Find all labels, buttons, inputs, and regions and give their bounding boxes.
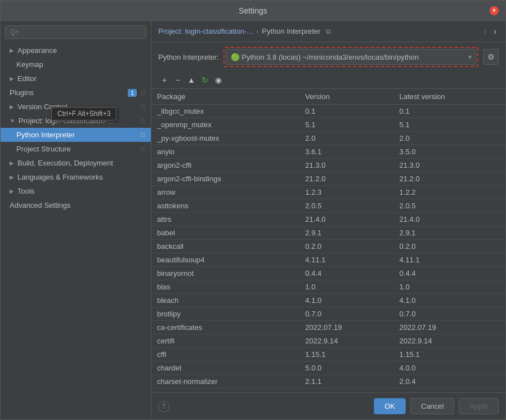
table-cell-latest: 2022.9.14: [394, 334, 505, 348]
table-cell-latest: 2.0.4: [394, 375, 505, 388]
sidebar-item-build-execution[interactable]: ▶ Build, Execution, Deployment: [1, 156, 151, 170]
sidebar-item-plugins[interactable]: Plugins 1 ⊡: [1, 86, 151, 100]
table-cell-version: 2022.07.19: [299, 321, 393, 334]
table-cell-package: beautifulsoup4: [151, 253, 299, 267]
table-cell-package: _libgcc_mutex: [151, 105, 299, 118]
table-cell-version: 2022.9.14: [299, 334, 393, 348]
sidebar-item-advanced-settings[interactable]: Advanced Settings: [1, 198, 151, 212]
col-latest[interactable]: Latest version: [394, 89, 505, 105]
table-cell-package: argon2-cffi-bindings: [151, 172, 299, 186]
table-cell-version: 1.15.1: [299, 348, 393, 361]
table-row[interactable]: _py-xgboost-mutex2.02.0: [151, 132, 505, 145]
sidebar-item-languages[interactable]: ▶ Languages & Frameworks: [1, 170, 151, 184]
table-cell-package: argon2-cffi: [151, 159, 299, 172]
table-cell-latest: 4.1.0: [394, 294, 505, 307]
arrow-icon-tools: ▶: [10, 188, 14, 194]
table-cell-latest: 2.0: [394, 132, 505, 145]
table-row[interactable]: arrow1.2.31.2.2: [151, 186, 505, 199]
sidebar-item-project-structure[interactable]: Project Structure ⊡: [1, 142, 151, 156]
breadcrumb-copy-icon[interactable]: ⧉: [326, 28, 331, 35]
table-cell-version: 5.1: [299, 118, 393, 132]
search-input[interactable]: [5, 25, 146, 39]
packages-table: Package Version Latest version _libgcc_m…: [151, 89, 505, 392]
table-row[interactable]: chardet5.0.04.0.0: [151, 361, 505, 375]
arrow-icon-project: ▼: [10, 118, 15, 124]
sidebar-item-editor[interactable]: ▶ Editor: [1, 72, 151, 86]
table-row[interactable]: _openmp_mutex5.15.1: [151, 118, 505, 132]
table-cell-package: brotlipy: [151, 307, 299, 321]
packages-table-wrap: Package Version Latest version _libgcc_m…: [151, 89, 505, 392]
table-cell-package: asttokens: [151, 199, 299, 213]
breadcrumb-current: Python Interpreter: [262, 27, 320, 35]
dialog-title: Settings: [16, 6, 490, 15]
table-row[interactable]: argon2-cffi21.3.021.3.0: [151, 159, 505, 172]
interpreter-label: Python Interpreter:: [158, 53, 219, 61]
table-row[interactable]: blas1.01.0: [151, 280, 505, 294]
nav-back-button[interactable]: ‹: [481, 25, 489, 38]
sidebar-item-python-interpreter[interactable]: Python Interpreter ⊡: [1, 128, 151, 142]
interpreter-settings-button[interactable]: ⚙: [483, 49, 499, 65]
remove-package-button[interactable]: −: [172, 74, 184, 86]
sidebar-item-appearance[interactable]: ▶ Appearance: [1, 43, 151, 57]
title-bar: Settings ×: [1, 1, 505, 21]
plugins-badge: 1: [128, 89, 137, 97]
table-cell-package: click: [151, 388, 299, 393]
table-row[interactable]: bleach4.1.04.1.0: [151, 294, 505, 307]
table-row[interactable]: _libgcc_mutex0.10.1: [151, 105, 505, 118]
table-row[interactable]: certifi2022.9.142022.9.14: [151, 334, 505, 348]
table-cell-package: anyio: [151, 145, 299, 159]
table-cell-version: 4.11.1: [299, 253, 393, 267]
cancel-button[interactable]: Cancel: [410, 398, 454, 414]
table-cell-latest: 3.5.0: [394, 145, 505, 159]
table-cell-latest: 2.9.1: [394, 226, 505, 240]
col-package[interactable]: Package: [151, 89, 299, 105]
table-row[interactable]: asttokens2.0.52.0.5: [151, 199, 505, 213]
right-panel: Project: login-classification-... › Pyth…: [151, 21, 505, 419]
add-package-button[interactable]: +: [158, 74, 171, 86]
table-row[interactable]: anyio3.6.13.5.0: [151, 145, 505, 159]
table-row[interactable]: backcall0.2.00.2.0: [151, 240, 505, 253]
bottom-bar: ? OK Cancel Apply: [151, 392, 505, 419]
table-row[interactable]: babel2.9.12.9.1: [151, 226, 505, 240]
table-cell-package: chardet: [151, 361, 299, 375]
table-cell-version: 3.6.1: [299, 145, 393, 159]
up-package-button[interactable]: ▲: [185, 74, 198, 86]
table-cell-version: 5.0.0: [299, 361, 393, 375]
sidebar-item-tools[interactable]: ▶ Tools: [1, 184, 151, 198]
close-button[interactable]: ×: [490, 6, 499, 15]
eye-package-button[interactable]: ◉: [212, 74, 225, 86]
table-cell-package: bleach: [151, 294, 299, 307]
proj-struct-icon: ⊡: [140, 145, 145, 153]
table-row[interactable]: beautifulsoup44.11.14.11.1: [151, 253, 505, 267]
table-row[interactable]: cffi1.15.11.15.1: [151, 348, 505, 361]
table-row[interactable]: ca-certificates2022.07.192022.07.19: [151, 321, 505, 334]
table-row[interactable]: charset-normalizer2.1.12.0.4: [151, 375, 505, 388]
breadcrumb-bar: Project: login-classification-... › Pyth…: [151, 21, 505, 42]
interpreter-bar: Python Interpreter: 🟢 Python 3.8 (locas)…: [151, 42, 505, 72]
interpreter-select[interactable]: 🟢 Python 3.8 (locas) ~/miniconda3/envs/l…: [226, 49, 476, 65]
table-cell-package: babel: [151, 226, 299, 240]
breadcrumb-project[interactable]: Project: login-classification-...: [158, 27, 253, 35]
package-toolbar: + − ▲ ↻ ◉: [151, 72, 505, 89]
sidebar: ▶ Appearance Keymap Ctrl+F Alt+Shift+3 ▶…: [1, 21, 151, 419]
apply-button[interactable]: Apply: [459, 398, 499, 414]
help-button[interactable]: ?: [158, 401, 169, 412]
table-cell-package: backcall: [151, 240, 299, 253]
table-row[interactable]: attrs21.4.021.4.0: [151, 213, 505, 226]
table-cell-latest: 4.11.1: [394, 253, 505, 267]
ok-button[interactable]: OK: [374, 398, 406, 414]
col-version[interactable]: Version: [299, 89, 393, 105]
plugins-icon: ⊡: [140, 89, 145, 96]
breadcrumb-separator: ›: [256, 28, 258, 35]
sidebar-item-keymap[interactable]: Keymap Ctrl+F Alt+Shift+3: [1, 57, 151, 72]
reload-package-button[interactable]: ↻: [199, 74, 211, 86]
table-row[interactable]: click8.1.38.0.4: [151, 388, 505, 393]
table-cell-version: 2.0.5: [299, 199, 393, 213]
table-cell-version: 8.1.3: [299, 388, 393, 393]
table-row[interactable]: binaryornot0.4.40.4.4: [151, 267, 505, 280]
table-row[interactable]: argon2-cffi-bindings21.2.021.2.0: [151, 172, 505, 186]
nav-forward-button[interactable]: ›: [491, 25, 499, 38]
table-row[interactable]: brotlipy0.7.00.7.0: [151, 307, 505, 321]
project-icon: ⊡: [140, 117, 145, 124]
table-cell-version: 4.1.0: [299, 294, 393, 307]
